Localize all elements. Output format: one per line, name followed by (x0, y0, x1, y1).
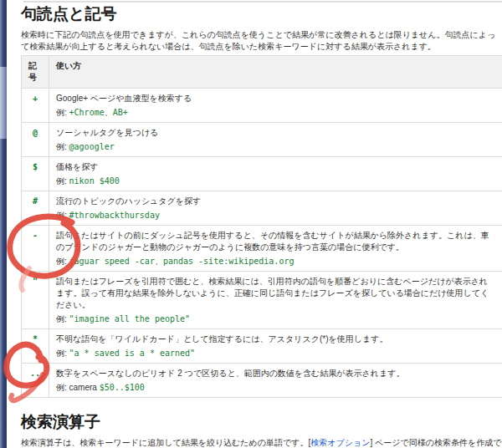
usage-example: 例: jaguar speed -car、pandas -site:wikipe… (56, 256, 496, 267)
example-text: 例: (56, 176, 69, 186)
help-article: 句読点と記号 検索時に下記の句読点を使用できますが、これらの句読点を使うことで結… (21, 0, 502, 448)
table-row: "語句またはフレーズを引用符で囲むと、検索結果には、引用符内の語句を順番どおりに… (22, 272, 502, 329)
example-text: 、 (105, 108, 113, 117)
example-code: $50..$100 (100, 383, 145, 392)
symbol-cell: * (22, 329, 49, 364)
table-header-row: 記号 使い方 (22, 56, 502, 89)
operators-text-pre: 検索演算子は、検索キーワードに追加して結果を絞り込むための単語です。[ (21, 438, 310, 447)
usage-description: Google+ ページや血液型を検索する (56, 93, 496, 104)
usage-cell: 流行のトピックのハッシュタグを探す例: #throwbackthursday (49, 191, 502, 226)
example-text: 例: (56, 142, 69, 151)
usage-description: 流行のトピックのハッシュタグを探す (56, 196, 496, 207)
example-code: @agoogler (69, 142, 115, 151)
example-code: jaguar speed -car (69, 257, 155, 266)
usage-description: 数字をスペースなしのピリオド 2 つで区切ると、範囲内の数値を含む結果が表示され… (56, 368, 496, 379)
table-row: *不明な語句を「ワイルドカード」として指定するには、アスタリスク(*)を使用しま… (22, 329, 502, 364)
table-row: $価格を探す例: nikon $400 (22, 157, 502, 191)
page-title: 句読点と記号 (21, 5, 502, 23)
table-row: ..数字をスペースなしのピリオド 2 つで区切ると、範囲内の数値を含む結果が表示… (22, 364, 502, 398)
example-code: pandas -site:wikipedia.org (163, 257, 295, 266)
symbol-cell: @ (22, 123, 49, 157)
search-options-link[interactable]: 検索オプション (310, 438, 370, 447)
usage-description: 価格を探す (56, 161, 496, 173)
usage-example: 例: nikon $400 (56, 176, 496, 186)
table-header-usage: 使い方 (49, 56, 502, 89)
symbols-table: 記号 使い方 +Google+ ページや血液型を検索する例: +Chrome、A… (21, 55, 502, 398)
usage-description: 語句またはサイトの前にダッシュ記号を使用すると、その情報を含むサイトが結果から除… (56, 230, 496, 253)
usage-example: 例: camera $50..$100 (56, 382, 496, 393)
table-row: @ソーシャルタグを見つける例: @agoogler (22, 123, 502, 157)
operators-paragraph: 検索演算子は、検索キーワードに追加して結果を絞り込むための単語です。[検索オプシ… (21, 437, 502, 448)
symbol-cell: .. (22, 364, 49, 398)
intro-paragraph: 検索時に下記の句読点を使用できますが、これらの句読点を使うことで結果が常に改善さ… (21, 29, 502, 53)
usage-example: 例: @agoogler (56, 141, 496, 152)
page-canvas: 句読点と記号 検索時に下記の句読点を使用できますが、これらの句読点を使うことで結… (0, 0, 502, 448)
table-row: -語句またはサイトの前にダッシュ記号を使用すると、その情報を含むサイトが結果から… (22, 226, 502, 272)
symbol-cell: - (22, 226, 49, 272)
usage-cell: 価格を探す例: nikon $400 (49, 157, 502, 191)
symbol-cell: " (22, 272, 49, 329)
table-row: #流行のトピックのハッシュタグを探す例: #throwbackthursday (22, 191, 502, 226)
usage-cell: Google+ ページや血液型を検索する例: +Chrome、AB+ (49, 89, 502, 123)
example-text: 例: (56, 108, 69, 117)
example-code: AB+ (113, 108, 128, 117)
example-text: 例: (56, 211, 69, 220)
example-code: nikon $400 (69, 176, 120, 186)
usage-example: 例: +Chrome、AB+ (56, 107, 496, 118)
usage-example: 例: "imagine all the people" (56, 313, 496, 324)
example-code: "a * saved is a * earned" (69, 349, 196, 358)
usage-example: 例: #throwbackthursday (56, 210, 496, 221)
left-scrollbar-track[interactable] (0, 0, 7, 448)
example-text: 例: (56, 349, 69, 358)
usage-example: 例: "a * saved is a * earned" (56, 348, 496, 359)
symbols-table-body: +Google+ ページや血液型を検索する例: +Chrome、AB+@ソーシャ… (22, 89, 502, 398)
section-title-operators: 検索演算子 (21, 413, 502, 431)
example-code: "imagine all the people" (69, 314, 191, 323)
example-text: 例: camera (56, 383, 100, 392)
usage-cell: 語句またはフレーズを引用符で囲むと、検索結果には、引用符内の語句を順番どおりに含… (49, 272, 502, 329)
usage-cell: 語句またはサイトの前にダッシュ記号を使用すると、その情報を含むサイトが結果から除… (49, 226, 502, 272)
table-header-symbol: 記号 (22, 56, 49, 89)
usage-cell: ソーシャルタグを見つける例: @agoogler (49, 123, 502, 157)
usage-description: ソーシャルタグを見つける (56, 127, 496, 139)
example-code: #throwbackthursday (69, 211, 160, 220)
example-code: +Chrome (69, 108, 105, 117)
table-row: +Google+ ページや血液型を検索する例: +Chrome、AB+ (22, 89, 502, 123)
symbol-cell: $ (22, 157, 49, 191)
example-text: 例: (56, 314, 69, 323)
usage-description: 語句またはフレーズを引用符で囲むと、検索結果には、引用符内の語句を順番どおりに含… (56, 276, 496, 311)
example-text: 例: (56, 257, 69, 266)
usage-cell: 不明な語句を「ワイルドカード」として指定するには、アスタリスク(*)を使用します… (49, 329, 502, 364)
symbol-cell: # (22, 191, 49, 226)
symbol-cell: + (22, 89, 49, 123)
usage-description: 不明な語句を「ワイルドカード」として指定するには、アスタリスク(*)を使用します… (56, 333, 496, 345)
example-text: 、 (155, 257, 163, 266)
usage-cell: 数字をスペースなしのピリオド 2 つで区切ると、範囲内の数値を含む結果が表示され… (49, 364, 502, 398)
scrollbar-thumb[interactable] (0, 67, 7, 139)
